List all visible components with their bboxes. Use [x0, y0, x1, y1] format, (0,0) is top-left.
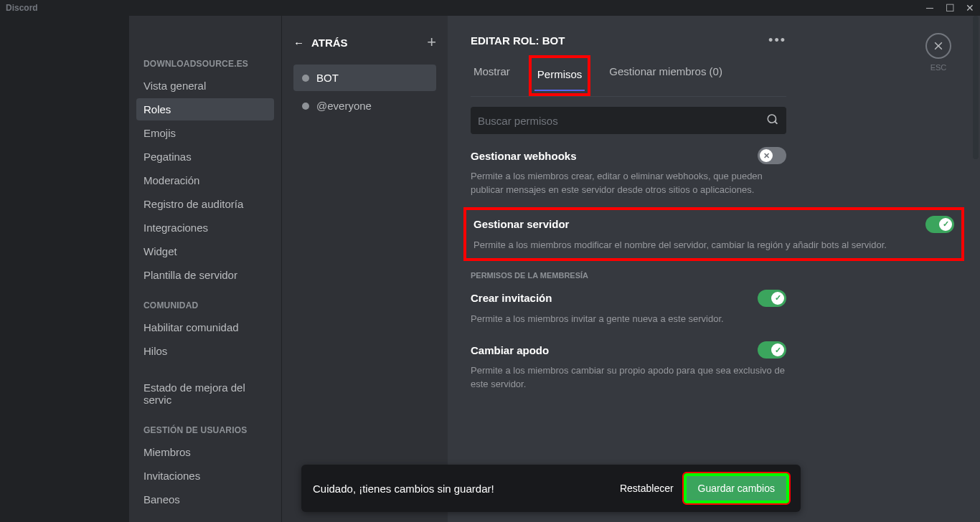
role-label: BOT: [316, 72, 339, 84]
arrow-left-icon: ←: [293, 37, 304, 49]
main-content: ESC EDITAR ROL: BOT ••• Mostrar Permisos…: [448, 16, 980, 522]
toggle-manage-server[interactable]: ✓: [925, 216, 954, 233]
sidebar-section-user-mgmt: GESTIÓN DE USUARIOS: [136, 425, 274, 441]
sidebar-item-boost-status[interactable]: Estado de mejora del servic: [136, 376, 274, 411]
permission-desc: Permite a los miembros cambiar su propio…: [471, 364, 786, 392]
check-icon: ✓: [775, 293, 781, 303]
close-icon: [933, 40, 944, 52]
scrollbar[interactable]: [973, 16, 979, 522]
esc-label: ESC: [925, 63, 951, 72]
permission-desc: Permite a los miembros invitar a gente n…: [471, 313, 786, 326]
check-icon: ✓: [943, 219, 949, 229]
sidebar-item-audit-log[interactable]: Registro de auditoría: [136, 193, 274, 215]
role-label: @everyone: [316, 100, 372, 112]
sidebar-item-stickers[interactable]: Pegatinas: [136, 146, 274, 168]
titlebar: Discord ─ ☐ ✕: [0, 0, 980, 16]
role-color-dot: [302, 103, 309, 110]
unsaved-changes-bar: Cuidado, ¡tienes cambios sin guardar! Re…: [301, 465, 801, 512]
highlighted-permission: Gestionar servidor ✓ Permite a los miemb…: [463, 207, 964, 261]
sidebar-section-server: DOWNLOADSOURCE.ES: [136, 59, 274, 75]
toggle-change-nickname[interactable]: ✓: [758, 341, 786, 359]
permission-title: Crear invitación: [471, 292, 552, 304]
sidebar-item-emojis[interactable]: Emojis: [136, 122, 274, 144]
unsaved-message: Cuidado, ¡tienes cambios sin guardar!: [313, 483, 610, 495]
search-input[interactable]: [478, 115, 766, 127]
back-button[interactable]: ← ATRÁS: [293, 37, 348, 49]
x-icon: ✕: [763, 151, 770, 161]
sidebar-item-overview[interactable]: Vista general: [136, 75, 274, 97]
minimize-button[interactable]: ─: [920, 0, 940, 16]
search-permissions-row[interactable]: [471, 107, 786, 134]
tab-display[interactable]: Mostrar: [471, 58, 513, 96]
toggle-create-invite[interactable]: ✓: [758, 290, 786, 307]
permission-create-invite: Crear invitación ✓ Permite a los miembro…: [471, 290, 786, 326]
maximize-button[interactable]: ☐: [940, 0, 960, 16]
permission-desc: Permite a los miembros crear, editar o e…: [471, 170, 786, 197]
more-options-button[interactable]: •••: [768, 33, 786, 48]
sidebar-section-community: COMUNIDAD: [136, 300, 274, 316]
sidebar-item-bans[interactable]: Baneos: [136, 488, 274, 511]
permission-change-nickname: Cambiar apodo ✓ Permite a los miembros c…: [471, 341, 786, 392]
settings-sidebar: DOWNLOADSOURCE.ES Vista general Roles Em…: [129, 16, 281, 522]
check-icon: ✓: [775, 346, 781, 355]
role-item-everyone[interactable]: @everyone: [293, 92, 436, 119]
sidebar-item-integrations[interactable]: Integraciones: [136, 217, 274, 239]
permission-desc: Permite a los miembros modificar el nomb…: [473, 239, 954, 252]
role-color-dot: [302, 75, 309, 82]
sidebar-item-enable-community[interactable]: Habilitar comunidad: [136, 316, 274, 338]
left-gutter: [0, 16, 129, 522]
sidebar-item-invites[interactable]: Invitaciones: [136, 465, 274, 487]
search-icon: [766, 113, 779, 128]
scrollbar-thumb[interactable]: [973, 16, 979, 159]
sidebar-item-widget[interactable]: Widget: [136, 240, 274, 262]
reset-button[interactable]: Restablecer: [620, 483, 674, 494]
permission-title: Gestionar servidor: [473, 218, 569, 230]
role-tabs: Mostrar Permisos Gestionar miembros (0): [471, 58, 786, 97]
tab-permissions[interactable]: Permisos: [534, 61, 585, 90]
permission-webhooks: Gestionar webhooks ✕ Permite a los miemb…: [471, 147, 786, 197]
sidebar-item-roles[interactable]: Roles: [136, 98, 274, 120]
role-item-bot[interactable]: BOT: [293, 65, 436, 91]
permission-title: Cambiar apodo: [471, 344, 549, 356]
roles-column: ← ATRÁS + BOT @everyone: [281, 16, 448, 522]
sidebar-item-members[interactable]: Miembros: [136, 441, 274, 463]
sidebar-item-moderation[interactable]: Moderación: [136, 169, 274, 191]
section-membership-label: PERMISOS DE LA MEMBRESÍA: [471, 271, 786, 280]
close-settings-button[interactable]: [925, 33, 951, 59]
sidebar-item-threads[interactable]: Hilos: [136, 340, 274, 362]
add-role-button[interactable]: +: [427, 33, 436, 52]
page-title: EDITAR ROL: BOT: [471, 34, 565, 47]
sidebar-item-template[interactable]: Plantilla de servidor: [136, 264, 274, 286]
toggle-webhooks[interactable]: ✕: [758, 147, 786, 164]
close-button[interactable]: ✕: [960, 0, 980, 16]
save-button[interactable]: Guardar cambios: [684, 473, 789, 503]
tab-manage-members[interactable]: Gestionar miembros (0): [606, 58, 725, 96]
app-brand: Discord: [6, 3, 38, 13]
permission-title: Gestionar webhooks: [471, 150, 577, 162]
back-label: ATRÁS: [311, 37, 348, 49]
